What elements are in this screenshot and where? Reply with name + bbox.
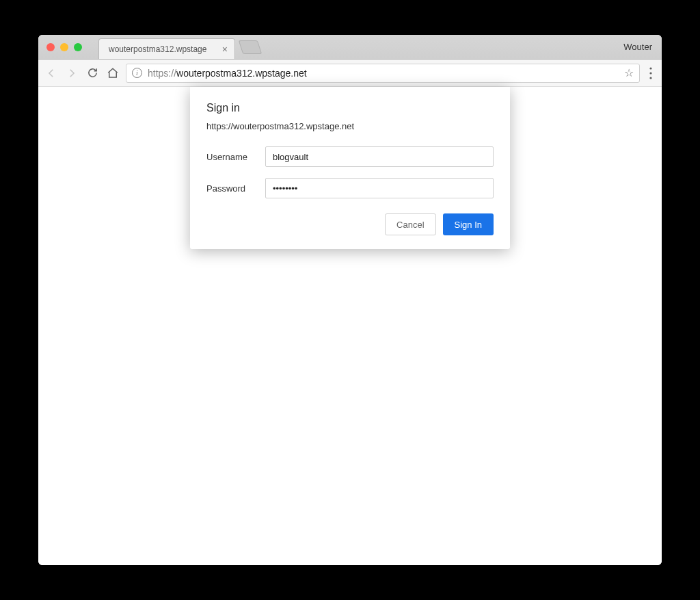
nav-buttons — [45, 67, 119, 79]
home-icon[interactable] — [107, 67, 119, 79]
cancel-button[interactable]: Cancel — [385, 213, 435, 235]
toolbar: i https://wouterpostma312.wpstage.net ☆ — [38, 60, 662, 87]
dialog-title: Sign in — [206, 102, 494, 114]
browser-window: wouterpostma312.wpstage × Wouter i https… — [38, 35, 662, 565]
svg-point-0 — [649, 67, 651, 69]
address-bar[interactable]: i https://wouterpostma312.wpstage.net ☆ — [126, 64, 640, 83]
dialog-actions: Cancel Sign In — [206, 213, 494, 235]
password-row: Password — [206, 178, 494, 198]
username-input[interactable] — [265, 146, 494, 167]
profile-name[interactable]: Wouter — [623, 42, 652, 52]
back-icon — [45, 67, 57, 79]
svg-point-2 — [649, 77, 651, 79]
kebab-menu-icon[interactable] — [647, 67, 655, 79]
dialog-host: https://wouterpostma312.wpstage.net — [206, 121, 494, 131]
bookmark-star-icon[interactable]: ☆ — [624, 66, 634, 79]
tab-title: wouterpostma312.wpstage — [109, 44, 217, 54]
forward-icon — [66, 67, 78, 79]
tab-bar: wouterpostma312.wpstage × Wouter — [38, 35, 662, 60]
sign-in-button[interactable]: Sign In — [443, 213, 494, 235]
browser-tab[interactable]: wouterpostma312.wpstage × — [98, 38, 235, 59]
close-window-icon[interactable] — [46, 43, 55, 51]
password-label: Password — [206, 183, 265, 194]
window-controls — [38, 43, 82, 51]
url-text: https://wouterpostma312.wpstage.net — [148, 68, 619, 79]
password-input[interactable] — [265, 178, 494, 198]
username-label: Username — [206, 152, 265, 162]
maximize-window-icon[interactable] — [74, 43, 82, 51]
minimize-window-icon[interactable] — [60, 43, 68, 51]
new-tab-button[interactable] — [239, 40, 262, 54]
viewport: Sign in https://wouterpostma312.wpstage.… — [38, 87, 662, 565]
username-row: Username — [206, 146, 494, 167]
reload-icon[interactable] — [86, 67, 98, 79]
site-info-icon[interactable]: i — [132, 68, 142, 78]
svg-point-1 — [649, 72, 651, 74]
http-auth-dialog: Sign in https://wouterpostma312.wpstage.… — [190, 87, 510, 249]
close-tab-icon[interactable]: × — [222, 44, 228, 54]
